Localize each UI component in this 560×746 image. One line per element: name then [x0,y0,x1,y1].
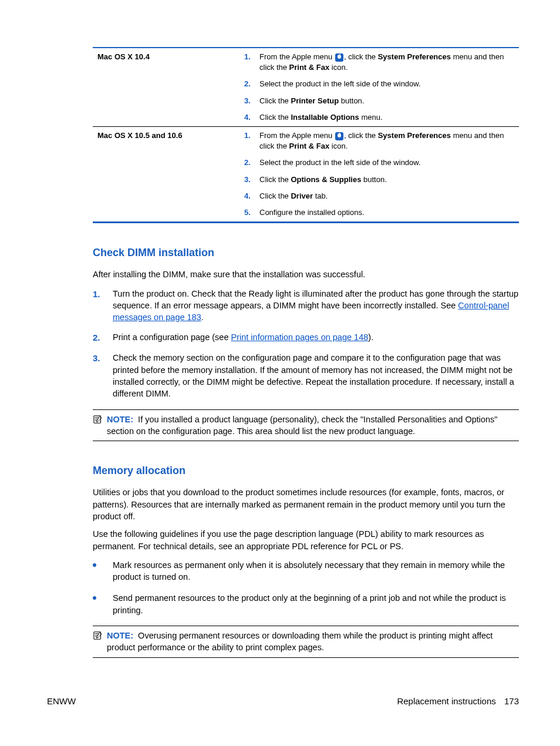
main-content: Mac OS X 10.41.From the Apple menu , cli… [47,47,519,658]
step-text: Click the Printer Setup button. [259,96,514,106]
os-version-cell: Mac OS X 10.5 and 10.6 [93,126,239,222]
bold-text: Print & Fax [289,142,330,150]
note-dimm-text: NOTE:If you installed a product language… [107,414,519,438]
list-item: Send permanent resources to the product … [93,592,519,616]
note-body: Overusing permanent resources or downloa… [107,631,492,652]
step-number: 2. [244,79,259,89]
bullet-text: Mark resources as permanent only when it… [113,559,519,583]
bold-text: System Preferences [378,52,451,61]
document-page: Mac OS X 10.41.From the Apple menu , cli… [0,0,560,746]
bold-text: Print & Fax [289,63,330,72]
step-item: 1.From the Apple menu , click the System… [244,52,514,73]
steps-list: 1.From the Apple menu , click the System… [244,130,514,218]
steps-list: 1.From the Apple menu , click the System… [244,52,514,123]
list-item: Mark resources as permanent only when it… [93,559,519,583]
bold-text: Installable Options [291,113,359,122]
step-item: 4.Click the Installable Options menu. [244,112,514,123]
step-number: 4. [244,191,259,201]
page-number: 173 [504,696,519,706]
step-text: Check the memory section on the configur… [113,352,519,399]
note-memory-text: NOTE:Overusing permanent resources or do… [107,630,519,654]
apple-icon [335,53,343,62]
step-text: Click the Options & Supplies button. [259,174,514,185]
cross-reference-link[interactable]: Control-panel messages on page 183 [113,301,509,322]
note-body: If you installed a product language (per… [107,415,498,436]
step-number: 3. [244,96,259,106]
step-item: 3.Click the Printer Setup button. [244,96,514,106]
step-number: 3. [244,174,259,185]
macos-config-table: Mac OS X 10.41.From the Apple menu , cli… [93,47,519,223]
step-text: Turn the product on. Check that the Read… [113,288,519,324]
step-number: 1. [93,288,113,324]
step-number: 3. [93,352,113,399]
bold-text: Driver [291,191,313,200]
step-text: Click the Installable Options menu. [259,112,514,123]
page-footer: ENWW Replacement instructions 173 [47,695,519,707]
table-row: Mac OS X 10.41.From the Apple menu , cli… [93,48,519,126]
step-number: 2. [244,157,259,168]
step-text: Select the product in the left side of t… [259,157,514,168]
list-item: 2.Print a configuration page (see Print … [93,331,519,344]
bold-text: Options & Supplies [291,175,361,184]
step-number: 2. [93,331,113,344]
memory-bullet-list: Mark resources as permanent only when it… [93,559,519,616]
footer-section-title: Replacement instructions [397,696,495,706]
table-row: Mac OS X 10.5 and 10.61.From the Apple m… [93,126,519,222]
note-memory: NOTE:Overusing permanent resources or do… [93,626,519,658]
dimm-intro-text: After installing the DIMM, make sure tha… [93,268,519,280]
footer-left: ENWW [47,695,76,707]
steps-cell: 1.From the Apple menu , click the System… [239,126,519,222]
step-item: 2.Select the product in the left side of… [244,79,514,89]
step-number: 1. [244,130,259,152]
step-text: Print a configuration page (see Print in… [113,331,519,344]
step-item: 1.From the Apple menu , click the System… [244,130,514,152]
steps-cell: 1.From the Apple menu , click the System… [239,48,519,126]
step-text: Click the Driver tab. [259,191,514,201]
step-number: 4. [244,112,259,123]
note-icon [93,631,103,640]
dimm-steps-list: 1.Turn the product on. Check that the Re… [93,288,519,400]
step-text: Configure the installed options. [259,207,514,218]
step-item: 4.Click the Driver tab. [244,191,514,201]
step-item: 5.Configure the installed options. [244,207,514,218]
apple-icon [335,132,343,140]
heading-check-dimm: Check DIMM installation [93,246,519,260]
note-icon [93,415,103,424]
mem-p2: Use the following guidelines if you use … [93,528,519,552]
note-label: NOTE: [107,415,133,424]
bold-text: Printer Setup [291,96,339,105]
footer-right: Replacement instructions 173 [397,695,519,707]
list-item: 3.Check the memory section on the config… [93,352,519,399]
step-item: 2.Select the product in the left side of… [244,157,514,168]
note-dimm: NOTE:If you installed a product language… [93,409,519,442]
step-item: 3.Click the Options & Supplies button. [244,174,514,185]
heading-memory-allocation: Memory allocation [93,463,519,478]
mem-p1: Utilities or jobs that you download to t… [93,486,519,522]
bold-text: System Preferences [378,131,451,140]
os-version-cell: Mac OS X 10.4 [93,48,239,126]
cross-reference-link[interactable]: Print information pages on page 148 [231,332,369,342]
step-text: Select the product in the left side of t… [259,79,514,89]
list-item: 1.Turn the product on. Check that the Re… [93,288,519,324]
note-label: NOTE: [107,631,133,640]
step-number: 1. [244,52,259,73]
step-text: From the Apple menu , click the System P… [259,52,514,73]
step-number: 5. [244,207,259,218]
bullet-text: Send permanent resources to the product … [113,592,519,616]
step-text: From the Apple menu , click the System P… [259,130,514,152]
